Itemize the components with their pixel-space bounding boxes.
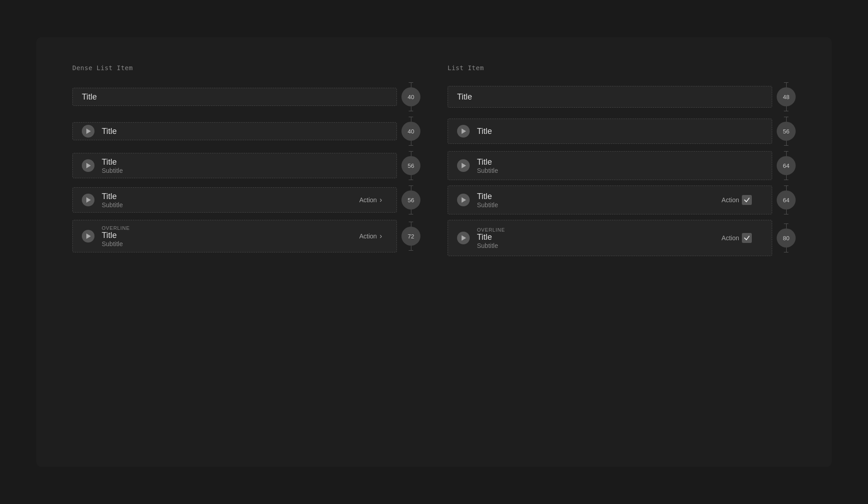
size-badge-dense-5: 72 [401, 227, 420, 246]
play-icon[interactable] [82, 159, 94, 172]
bottom-tick [409, 111, 413, 111]
bottom-vert-line [786, 247, 787, 252]
bottom-vert-line [786, 106, 787, 111]
item-title-list-1: Title [457, 92, 763, 102]
checkbox-icon[interactable] [742, 233, 752, 243]
column-1: List ItemTitle48 Title56 TitleSubtitle64… [448, 64, 796, 256]
list-item-box-dense-4[interactable]: TitleSubtitleAction› [72, 187, 397, 213]
top-vert-line [786, 224, 787, 228]
item-action-dense-4[interactable]: Action› [359, 196, 382, 204]
play-icon[interactable] [82, 194, 94, 206]
item-text-list-2: Title [477, 127, 763, 136]
svg-marker-2 [86, 197, 91, 203]
size-badge-list-2: 56 [777, 122, 796, 141]
top-vert-line [411, 83, 411, 87]
size-badge-list-5: 80 [777, 228, 796, 247]
svg-marker-6 [462, 197, 466, 203]
list-item-box-dense-2[interactable]: Title [72, 122, 397, 140]
item-action-text-list-4: Action [722, 196, 739, 204]
play-icon[interactable] [457, 159, 470, 172]
list-item-box-list-4[interactable]: TitleSubtitleAction [448, 185, 772, 214]
svg-marker-1 [86, 163, 91, 168]
list-item-row-1-2: TitleSubtitle64 [448, 151, 796, 180]
item-overline-dense-5: Overline [102, 225, 359, 231]
list-item-box-list-5[interactable]: OverlineTitleSubtitleAction [448, 220, 772, 256]
list-items-1: Title48 Title56 TitleSubtitle64 TitleSub… [448, 82, 796, 256]
item-action-list-4[interactable]: Action [722, 195, 757, 205]
list-item-row-1-0: Title48 [448, 82, 796, 111]
bottom-vert-line [411, 175, 411, 180]
item-subtitle-dense-3: Subtitle [102, 167, 387, 174]
size-badge-list-1: 48 [777, 87, 796, 106]
list-item-box-dense-5[interactable]: OverlineTitleSubtitleAction› [72, 220, 397, 252]
item-text-dense-2: Title [102, 127, 387, 136]
item-title-list-4: Title [477, 192, 722, 201]
top-vert-line [411, 117, 411, 122]
size-badge-dense-1: 40 [401, 87, 420, 106]
bottom-vert-line [411, 106, 411, 111]
top-vert-line [411, 222, 411, 227]
bottom-vert-line [411, 209, 411, 214]
play-icon[interactable] [457, 194, 470, 206]
size-badge-list-4: 64 [777, 190, 796, 209]
bottom-tick [409, 250, 413, 251]
bottom-vert-line [786, 175, 787, 180]
list-item-row-1-3: TitleSubtitleAction 64 [448, 185, 796, 214]
item-action-text-list-5: Action [722, 234, 739, 242]
svg-marker-4 [462, 128, 466, 134]
play-icon[interactable] [457, 125, 470, 138]
size-badge-list-3: 64 [777, 156, 796, 175]
columns-container: Dense List ItemTitle40 Title40 TitleSubt… [72, 64, 796, 256]
list-item-box-list-1[interactable]: Title [448, 86, 772, 108]
list-item-box-list-3[interactable]: TitleSubtitle [448, 151, 772, 180]
item-text-list-5: OverlineTitleSubtitle [477, 227, 722, 249]
top-vert-line [786, 152, 787, 156]
height-badge-wrapper-list-4: 64 [777, 185, 796, 214]
item-title-dense-2: Title [102, 127, 387, 136]
item-action-dense-5[interactable]: Action› [359, 232, 382, 240]
height-badge-wrapper-dense-4: 56 [401, 185, 420, 214]
list-item-box-list-2[interactable]: Title [448, 119, 772, 144]
size-badge-dense-3: 56 [401, 156, 420, 175]
item-action-list-5[interactable]: Action [722, 233, 757, 243]
svg-marker-7 [462, 235, 466, 241]
column-header-0: Dense List Item [72, 64, 420, 71]
list-item-box-dense-1[interactable]: Title [72, 88, 397, 106]
item-subtitle-dense-4: Subtitle [102, 201, 359, 209]
height-badge-wrapper-dense-2: 40 [401, 117, 420, 146]
chevron-right-icon: › [380, 232, 382, 240]
top-vert-line [786, 186, 787, 190]
item-text-list-1: Title [457, 92, 763, 102]
checkbox-icon[interactable] [742, 195, 752, 205]
play-icon[interactable] [457, 232, 470, 244]
item-title-dense-4: Title [102, 192, 359, 201]
item-title-list-3: Title [477, 157, 763, 167]
item-title-dense-3: Title [102, 157, 387, 167]
chevron-right-icon: › [380, 196, 382, 204]
list-item-box-dense-3[interactable]: TitleSubtitle [72, 153, 397, 178]
svg-marker-3 [86, 233, 91, 239]
height-badge-wrapper-list-5: 80 [777, 223, 796, 252]
height-badge-wrapper-list-3: 64 [777, 151, 796, 180]
item-action-text-dense-4: Action [359, 196, 377, 204]
height-badge-wrapper-list-1: 48 [777, 82, 796, 111]
item-text-dense-4: TitleSubtitle [102, 192, 359, 209]
list-item-row-1-1: Title56 [448, 117, 796, 146]
item-text-dense-1: Title [82, 92, 387, 102]
bottom-tick [409, 145, 413, 146]
list-item-row-0-4: OverlineTitleSubtitleAction›72 [72, 220, 420, 252]
height-badge-wrapper-dense-1: 40 [401, 82, 420, 111]
svg-marker-0 [86, 128, 91, 134]
bottom-vert-line [786, 141, 787, 145]
bottom-vert-line [786, 209, 787, 214]
top-vert-line [786, 83, 787, 87]
size-badge-dense-4: 56 [401, 190, 420, 209]
item-subtitle-list-3: Subtitle [477, 167, 763, 174]
play-icon[interactable] [82, 125, 94, 138]
play-icon[interactable] [82, 230, 94, 242]
bottom-tick [409, 180, 413, 180]
item-text-dense-5: OverlineTitleSubtitle [102, 225, 359, 247]
list-item-row-0-0: Title40 [72, 82, 420, 111]
item-text-list-3: TitleSubtitle [477, 157, 763, 174]
item-title-dense-1: Title [82, 92, 387, 102]
